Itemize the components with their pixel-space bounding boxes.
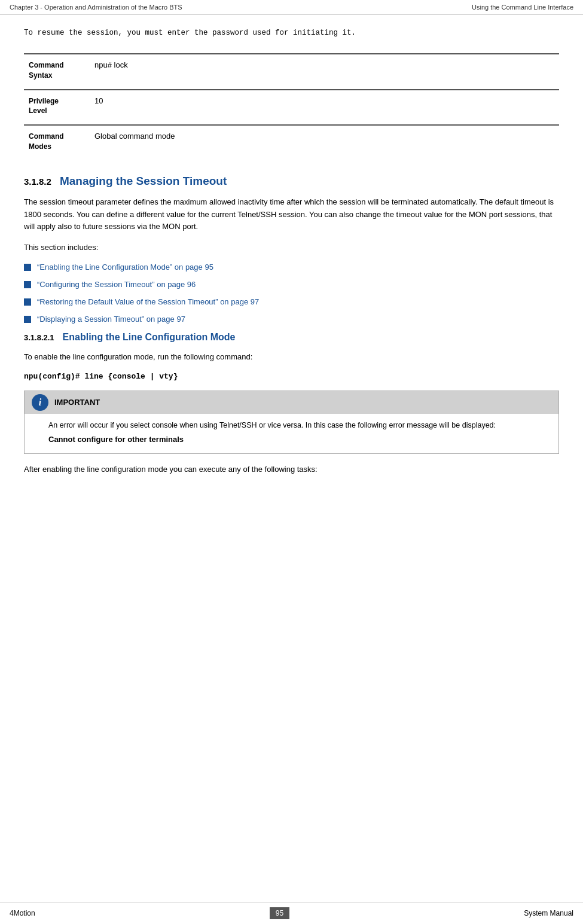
link-1[interactable]: “Configuring the Session Timeout” on pag… [37,280,196,289]
blue-square-icon-3 [24,316,31,323]
list-item-1[interactable]: “Configuring the Session Timeout” on pag… [24,280,559,289]
blue-square-icon-2 [24,298,31,306]
section-3182-num: 3.1.8.2 [24,176,51,187]
page-footer: 4Motion 95 System Manual [0,902,583,924]
section-3182-body: The session timeout parameter defines th… [24,196,559,233]
header-left: Chapter 3 - Operation and Administration… [10,4,182,11]
info-row-1: Privilege Level10 [24,90,559,126]
page-header: Chapter 3 - Operation and Administration… [0,0,583,15]
link-3[interactable]: “Displaying a Session Timeout” on page 9… [37,315,185,324]
intro-text: To resume the session, you must enter th… [24,27,559,39]
important-header: i IMPORTANT [25,391,558,414]
header-right: Using the Command Line Interface [472,4,573,11]
section-31821-title: Enabling the Line Configuration Mode [63,332,236,343]
section-31821-num: 3.1.8.2.1 [24,333,54,342]
blue-square-icon-1 [24,281,31,288]
info-value-2: Global command mode [90,125,559,160]
list-item-2[interactable]: “Restoring the Default Value of the Sess… [24,297,559,306]
info-row-0: Command Syntaxnpu# lock [24,54,559,90]
important-error-msg: Cannot configure for other terminals [48,434,551,446]
info-value-0: npu# lock [90,54,559,90]
blue-square-icon-0 [24,264,31,271]
section-31821-heading: 3.1.8.2.1 Enabling the Line Configuratio… [24,332,559,343]
important-body-text: An error will occur if you select consol… [48,421,496,429]
info-value-1: 10 [90,90,559,126]
info-label-0: Command Syntax [24,54,90,90]
link-2[interactable]: “Restoring the Default Value of the Sess… [37,297,259,306]
list-item-0[interactable]: “Enabling the Line Configuration Mode” o… [24,263,559,272]
footer-page-num: 95 [270,907,289,919]
section-31821-code: npu(config)# line {console | vty} [24,372,559,381]
section-3182-heading: 3.1.8.2 Managing the Session Timeout [24,175,559,188]
info-table: Command Syntaxnpu# lockPrivilege Level10… [24,53,559,160]
important-box: i IMPORTANT An error will occur if you s… [24,391,559,454]
footer-left: 4Motion [10,909,35,917]
list-item-3[interactable]: “Displaying a Session Timeout” on page 9… [24,315,559,324]
info-row-2: Command ModesGlobal command mode [24,125,559,160]
footer-right: System Manual [524,909,573,917]
info-label-2: Command Modes [24,125,90,160]
section-3182-includes: This section includes: [24,242,559,254]
info-label-1: Privilege Level [24,90,90,126]
content-area: To resume the session, you must enter th… [0,15,583,496]
section-3182-links: “Enabling the Line Configuration Mode” o… [24,263,559,324]
section-31821-intro: To enable the line configuration mode, r… [24,351,559,364]
important-body: An error will occur if you select consol… [25,414,558,453]
info-icon: i [32,394,48,411]
section-31821-after: After enabling the line configuration mo… [24,463,559,476]
section-3182-title: Managing the Session Timeout [60,175,227,188]
link-0[interactable]: “Enabling the Line Configuration Mode” o… [37,263,213,272]
important-label: IMPORTANT [54,398,100,407]
